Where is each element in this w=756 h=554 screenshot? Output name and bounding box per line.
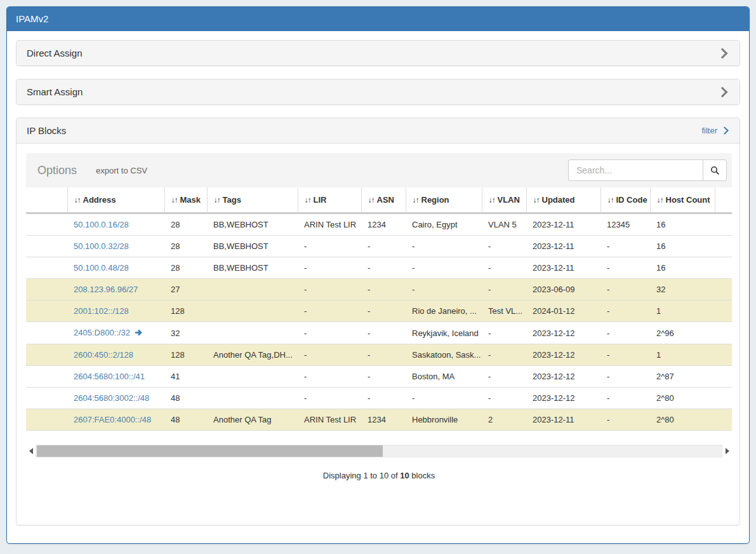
- app-body: Direct Assign Smart Assign IP Blocks fil…: [7, 31, 749, 534]
- export-csv-link[interactable]: export to CSV: [96, 166, 147, 175]
- column-header-asn[interactable]: ↓↑ASN: [361, 187, 406, 213]
- row-spacer: [26, 236, 67, 257]
- cell-id_code: -: [600, 344, 650, 366]
- pagination-text-after: blocks: [409, 471, 435, 480]
- cell-updated: 2023-12-11: [526, 257, 600, 279]
- chevron-right-icon[interactable]: [717, 48, 728, 58]
- smart-assign-header[interactable]: Smart Assign: [17, 79, 739, 104]
- cell-asn: -: [361, 301, 406, 322]
- cell-asn: -: [361, 366, 406, 388]
- column-header-tags[interactable]: ↓↑Tags: [207, 187, 298, 213]
- column-header-mask[interactable]: ↓↑Mask: [164, 187, 207, 213]
- cell-host_count: 2^96: [650, 322, 715, 344]
- cell-address: 2600:450::2/128: [67, 344, 164, 366]
- cell-asn: -: [361, 388, 406, 409]
- table-header-row: ↓↑Address↓↑Mask↓↑Tags↓↑LIR↓↑ASN↓↑Region↓…: [26, 187, 732, 213]
- scroll-right-button[interactable]: [722, 445, 732, 457]
- cell-lir: -: [298, 344, 361, 366]
- cell-lir: -: [298, 257, 361, 279]
- cell-lir: -: [298, 279, 361, 301]
- cell-tags: BB,WEBHOST: [207, 236, 298, 257]
- chevron-right-icon: [720, 126, 729, 135]
- page: IPAMv2 Direct Assign Smart Assign IP Blo…: [0, 0, 756, 544]
- filter-link[interactable]: filter: [701, 125, 729, 137]
- table-row: 2607:FAE0:4000::/4848Another QA TagARIN …: [26, 409, 732, 431]
- ip-address-link[interactable]: 2607:FAE0:4000::/48: [74, 415, 151, 424]
- arrow-right-icon: [726, 448, 729, 454]
- row-spacer: [26, 344, 67, 366]
- cell-tags: [207, 279, 298, 301]
- column-header-id_code[interactable]: ↓↑ID Code: [600, 187, 650, 213]
- direct-assign-title: Direct Assign: [27, 47, 83, 59]
- cell-updated: 2023-12-11: [526, 213, 600, 236]
- ip-address-link[interactable]: 208.123.96.96/27: [74, 285, 138, 294]
- ip-address-link[interactable]: 50.100.0.32/28: [74, 241, 129, 251]
- cell-tags: [207, 388, 298, 409]
- cell-tags: BB,WEBHOST: [207, 213, 298, 236]
- ip-address-link[interactable]: 2604:5680:3002::/48: [74, 393, 149, 403]
- cell-asn: -: [361, 344, 406, 366]
- cell-address: 50.100.0.48/28: [67, 257, 164, 279]
- cell-host_count: 2^80: [650, 409, 715, 431]
- column-header-updated[interactable]: ↓↑Updated: [526, 187, 600, 213]
- scrollbar-track[interactable]: [36, 445, 722, 457]
- sort-icon: ↓↑: [657, 196, 663, 205]
- pagination-status: Displaying 1 to 10 of 10 blocks: [26, 471, 732, 480]
- sort-icon: ↓↑: [214, 196, 220, 205]
- panel-direct-assign: Direct Assign: [16, 40, 740, 66]
- scrollbar-thumb[interactable]: [37, 445, 383, 457]
- column-header-vlan[interactable]: ↓↑VLAN: [482, 187, 526, 213]
- cell-vlan: 2: [482, 409, 526, 431]
- table-row: 2001:102::/128128--Rio de Janeiro, ...Te…: [26, 301, 732, 322]
- cell-vlan: -: [482, 236, 526, 257]
- header-spacer: [26, 187, 67, 213]
- cell-lir: -: [298, 388, 361, 409]
- cell-region: Rio de Janeiro, ...: [406, 301, 482, 322]
- cell-mask: 28: [164, 257, 207, 279]
- cell-updated: 2023-12-12: [526, 366, 600, 388]
- app-title: IPAMv2: [16, 13, 48, 24]
- ip-address-link[interactable]: 2600:450::2/128: [74, 350, 133, 360]
- ip-blocks-title: IP Blocks: [27, 125, 66, 137]
- search-button[interactable]: [703, 159, 727, 181]
- cell-address: 2604:5680:3002::/48: [67, 388, 164, 409]
- cell-tags: Another QA Tag: [207, 409, 298, 431]
- row-spacer: [715, 279, 732, 301]
- column-header-lir[interactable]: ↓↑LIR: [298, 187, 361, 213]
- ip-address-link[interactable]: 50.100.0.16/28: [74, 220, 129, 229]
- horizontal-scrollbar[interactable]: [26, 445, 732, 457]
- cell-host_count: 1: [650, 301, 715, 322]
- row-spacer: [26, 279, 67, 301]
- search-input[interactable]: [568, 159, 703, 181]
- smart-assign-title: Smart Assign: [27, 86, 83, 98]
- cell-lir: -: [298, 366, 361, 388]
- scroll-left-button[interactable]: [26, 445, 36, 457]
- row-spacer: [26, 366, 67, 388]
- cell-tags: Another QA Tag,DH...: [207, 344, 298, 366]
- ip-blocks-body: Options export to CSV: [17, 144, 739, 525]
- chevron-right-icon[interactable]: [717, 86, 728, 97]
- column-header-region[interactable]: ↓↑Region: [406, 187, 482, 213]
- column-header-address[interactable]: ↓↑Address: [67, 187, 164, 213]
- row-spacer: [715, 366, 732, 388]
- row-spacer: [26, 409, 67, 431]
- pagination-total: 10: [400, 471, 409, 480]
- cell-vlan: Test VL...: [482, 301, 526, 322]
- cell-vlan: -: [482, 322, 526, 344]
- app-panel: IPAMv2 Direct Assign Smart Assign IP Blo…: [6, 6, 750, 544]
- row-spacer: [715, 344, 732, 366]
- cell-id_code: -: [600, 301, 650, 322]
- table-row: 2405:D800::/3232--Reykjavik, Iceland-202…: [26, 322, 732, 344]
- cell-region: -: [406, 257, 482, 279]
- goto-arrow-icon[interactable]: [135, 328, 143, 339]
- cell-asn: -: [361, 236, 406, 257]
- table-row: 2600:450::2/128128Another QA Tag,DH...--…: [26, 344, 732, 366]
- cell-address: 2604:5680:100::/41: [67, 366, 164, 388]
- ip-address-link[interactable]: 2604:5680:100::/41: [74, 372, 145, 381]
- cell-asn: 1234: [361, 409, 406, 431]
- ip-address-link[interactable]: 2405:D800::/32: [74, 328, 130, 337]
- ip-address-link[interactable]: 50.100.0.48/28: [74, 263, 129, 273]
- ip-address-link[interactable]: 2001:102::/128: [74, 306, 129, 316]
- direct-assign-header[interactable]: Direct Assign: [17, 41, 739, 65]
- column-header-host_count[interactable]: ↓↑Host Count: [650, 187, 715, 213]
